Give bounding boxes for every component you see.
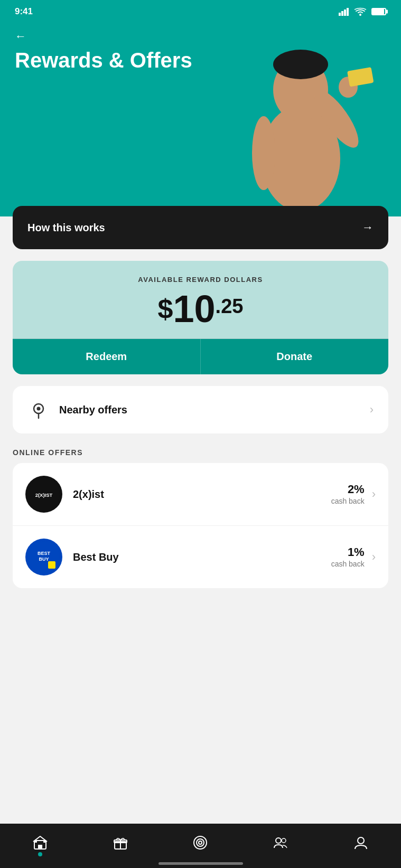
cashback-label-bestbuy: cash back xyxy=(331,560,365,568)
signal-icon xyxy=(339,7,349,16)
offer-chevron-bestbuy-icon: › xyxy=(372,550,376,564)
cashback-pct-2xist: 2% xyxy=(331,483,365,496)
svg-point-12 xyxy=(252,116,275,190)
offer-name-bestbuy: Best Buy xyxy=(73,551,331,563)
donate-button[interactable]: Donate xyxy=(201,339,389,374)
location-icon xyxy=(27,399,50,421)
cashback-pct-bestbuy: 1% xyxy=(331,545,365,559)
nearby-chevron-icon: › xyxy=(370,403,374,417)
battery-icon xyxy=(371,8,386,15)
reward-label: AVAILABLE REWARD DOLLARS xyxy=(27,276,374,284)
hero-section: ← Rewards & Offers xyxy=(0,21,401,216)
offer-cashback-2xist: 2% cash back xyxy=(331,483,365,506)
svg-text:BEST: BEST xyxy=(38,551,51,556)
offer-chevron-2xist-icon: › xyxy=(372,487,376,501)
home-indicator xyxy=(158,862,243,865)
offer-logo-bestbuy: BEST BUY xyxy=(25,539,62,575)
offer-item-bestbuy[interactable]: BEST BUY Best Buy 1% cash back › xyxy=(13,526,388,588)
offer-name-2xist: 2(x)ist xyxy=(73,488,331,501)
amount-cents: .25 xyxy=(216,295,244,318)
svg-point-29 xyxy=(194,836,207,849)
nav-item-home[interactable] xyxy=(21,832,59,853)
offer-item-2xist[interactable]: 2(X)IST 2(x)ist 2% cash back › xyxy=(13,463,388,526)
wifi-icon xyxy=(355,7,366,16)
nav-item-gifts[interactable] xyxy=(101,832,139,853)
nav-item-community[interactable] xyxy=(262,832,300,853)
svg-text:2(X)IST: 2(X)IST xyxy=(35,492,53,498)
amount-whole: 10 xyxy=(173,290,216,328)
hero-content: ← Rewards & Offers xyxy=(15,30,192,73)
svg-rect-25 xyxy=(43,841,45,843)
status-icons xyxy=(339,7,386,16)
community-icon xyxy=(272,834,289,851)
svg-rect-21 xyxy=(48,561,55,569)
hero-illustration xyxy=(211,37,390,216)
bottom-nav xyxy=(0,824,401,868)
home-icon xyxy=(32,834,49,851)
nav-item-profile[interactable] xyxy=(342,832,380,853)
how-it-works-bar[interactable]: How this works → xyxy=(13,206,388,249)
target-icon xyxy=(192,834,209,851)
svg-point-32 xyxy=(276,838,281,843)
nav-active-dot xyxy=(38,852,42,856)
svg-point-33 xyxy=(282,838,286,843)
svg-point-30 xyxy=(197,839,204,846)
gift-icon xyxy=(112,834,129,851)
svg-rect-11 xyxy=(347,67,374,87)
svg-rect-0 xyxy=(339,13,341,16)
svg-point-14 xyxy=(37,407,41,411)
profile-icon xyxy=(352,834,369,851)
nearby-offers-left: Nearby offers xyxy=(27,399,127,421)
online-offers-section-label: ONLINE OFFERS xyxy=(13,448,388,457)
how-it-works-label: How this works xyxy=(27,222,105,234)
svg-point-8 xyxy=(273,50,328,79)
svg-rect-23 xyxy=(38,845,42,849)
svg-point-4 xyxy=(359,14,361,16)
nav-item-offers[interactable] xyxy=(181,832,219,853)
offer-cashback-bestbuy: 1% cash back xyxy=(331,545,365,569)
svg-rect-3 xyxy=(347,8,349,16)
how-it-works-arrow-icon: → xyxy=(362,221,374,234)
cashback-label-2xist: cash back xyxy=(331,497,365,505)
nearby-offers-label: Nearby offers xyxy=(59,404,127,416)
online-offers-list: 2(X)IST 2(x)ist 2% cash back › BEST BUY … xyxy=(13,463,388,588)
person-svg xyxy=(221,37,380,216)
nearby-offers-row[interactable]: Nearby offers › xyxy=(13,386,388,433)
dollar-sign: $ xyxy=(158,293,173,325)
reward-amount: $ 10 .25 xyxy=(27,290,374,328)
svg-rect-2 xyxy=(344,10,346,16)
reward-card: AVAILABLE REWARD DOLLARS $ 10 .25 Redeem… xyxy=(13,261,388,374)
back-arrow-icon: ← xyxy=(15,30,26,43)
svg-rect-1 xyxy=(341,11,343,16)
reward-actions: Redeem Donate xyxy=(13,338,388,374)
time: 9:41 xyxy=(15,6,33,17)
svg-point-34 xyxy=(358,837,364,844)
page-title: Rewards & Offers xyxy=(15,48,192,73)
svg-rect-24 xyxy=(35,841,37,843)
svg-text:BUY: BUY xyxy=(39,556,49,562)
offer-logo-2xist: 2(X)IST xyxy=(25,476,62,513)
status-bar: 9:41 xyxy=(0,0,401,21)
svg-point-31 xyxy=(199,841,202,844)
redeem-button[interactable]: Redeem xyxy=(13,339,201,374)
back-button[interactable]: ← xyxy=(15,30,192,43)
reward-top: AVAILABLE REWARD DOLLARS $ 10 .25 xyxy=(13,261,388,338)
